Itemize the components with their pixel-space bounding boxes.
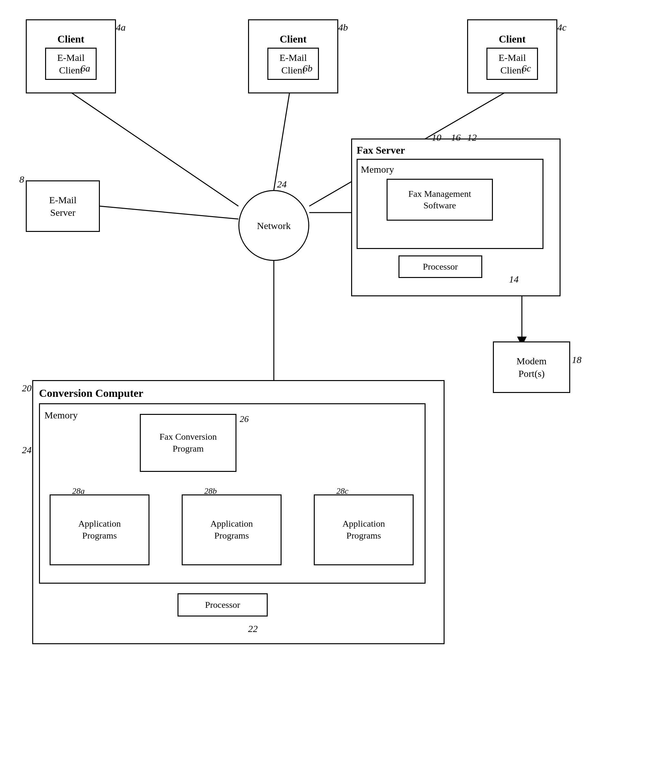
app-28a-label: ApplicationPrograms <box>78 518 121 541</box>
fax-server-memory-label: Memory <box>361 163 394 176</box>
ref-6b: 6b <box>303 63 313 74</box>
ref-20: 20 <box>22 383 31 394</box>
ref-4b: 4b <box>338 22 348 33</box>
app-programs-28b: ApplicationPrograms <box>182 495 282 565</box>
svg-line-3 <box>100 206 238 219</box>
modem-port: ModemPort(s) <box>493 341 570 393</box>
client-4a-label: Client <box>58 33 84 45</box>
ref-10: 10 <box>432 132 441 143</box>
cc-memory: Memory Fax ConversionProgram 26 Applicat… <box>39 403 426 584</box>
ref-18: 18 <box>572 354 582 365</box>
fax-server-label: Fax Server <box>356 144 405 156</box>
ref-12: 12 <box>467 132 477 143</box>
email-server-label: E-MailServer <box>49 194 77 219</box>
network-circle: Network <box>238 190 309 261</box>
client-4c-label: Client <box>499 33 526 45</box>
ref-24-top: 24 <box>277 179 287 190</box>
modem-port-label: ModemPort(s) <box>516 355 546 380</box>
conversion-computer-label: Conversion Computer <box>39 387 143 400</box>
app-28c-label: ApplicationPrograms <box>342 518 385 541</box>
fax-processor-label: Processor <box>423 261 458 272</box>
svg-line-1 <box>274 90 290 190</box>
client-4c-outer: Client E-MailClient <box>467 19 557 93</box>
ref-14: 14 <box>509 274 519 285</box>
cc-memory-label: Memory <box>44 409 78 421</box>
conversion-computer-outer: Conversion Computer Memory Fax Conversio… <box>32 380 445 644</box>
fax-processor-box: Processor <box>398 255 482 278</box>
ref-6c: 6c <box>522 63 531 74</box>
fcp-label: Fax ConversionProgram <box>159 431 217 454</box>
fms-box: Fax ManagementSoftware <box>387 179 493 221</box>
ref-22: 22 <box>248 623 258 634</box>
app-28b-label: ApplicationPrograms <box>210 518 253 541</box>
email-server: E-MailServer <box>26 180 100 232</box>
cc-processor-label: Processor <box>205 599 240 611</box>
ref-24-bottom: 24 <box>22 445 31 456</box>
fax-conversion-program: Fax ConversionProgram <box>140 414 236 472</box>
ref-8: 8 <box>19 174 24 185</box>
ref-28b: 28b <box>204 486 217 496</box>
ref-6a: 6a <box>81 63 90 74</box>
ref-28c: 28c <box>336 486 348 496</box>
ref-26: 26 <box>240 414 249 424</box>
fax-server-memory: Memory Fax ManagementSoftware <box>356 159 543 249</box>
ref-28a: 28a <box>72 486 85 496</box>
client-4b-outer: Client E-MailClient <box>248 19 338 93</box>
client-4b-label: Client <box>280 33 307 45</box>
fax-server-outer: Fax Server Memory Fax ManagementSoftware… <box>351 138 560 296</box>
cc-processor-box: Processor <box>177 593 268 616</box>
client-4a-outer: Client E-MailClient <box>26 19 116 93</box>
diagram: Client E-MailClient 4a 6a Client E-MailC… <box>0 0 672 784</box>
ref-16: 16 <box>451 132 460 143</box>
app-programs-28a: ApplicationPrograms <box>50 495 149 565</box>
ref-4a: 4a <box>116 22 126 33</box>
network-label: Network <box>257 219 291 232</box>
app-programs-28c: ApplicationPrograms <box>314 495 414 565</box>
ref-4c: 4c <box>557 22 566 33</box>
fms-label: Fax ManagementSoftware <box>408 188 471 212</box>
